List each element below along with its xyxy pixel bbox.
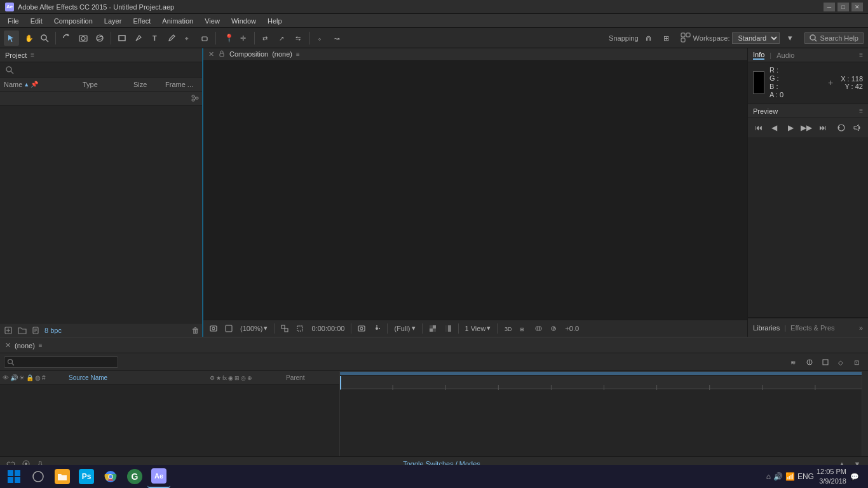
comp-exposure-btn[interactable] [442,324,454,333]
comp-alpha-btn[interactable] [426,324,439,333]
timeline-title: (none) [15,342,35,349]
tool-eraser[interactable] [197,30,212,46]
preview-audio-btn[interactable] [851,121,864,135]
timeline-tool-3[interactable] [818,355,832,369]
comp-3d-btn[interactable]: 3D [501,324,514,333]
taskbar-aftereffects[interactable]: Ae [147,465,170,488]
tool-pin[interactable]: 📍 [219,30,234,46]
snapping-magnet[interactable]: ⋒ [641,30,656,46]
comp-mode-btn[interactable]: ⊞ [517,324,529,333]
timeline-tool-4[interactable]: ◇ [834,355,848,369]
minimize-button[interactable]: ─ [824,3,835,11]
new-composition-icon[interactable] [3,325,14,336]
comp-views[interactable]: 1 View ▾ [463,323,494,333]
comp-overlap-btn[interactable] [532,324,545,333]
tool-text[interactable]: T [147,30,163,46]
trash-icon[interactable]: 🗑 [192,326,200,335]
new-folder-icon[interactable] [17,325,28,336]
menu-help[interactable]: Help [262,16,287,26]
taskbar-chrome[interactable] [99,465,122,488]
tool-more-1[interactable]: ⇄ [258,30,273,46]
tool-more-2[interactable]: ↗ [275,30,290,46]
timeline-tool-1[interactable]: ≋ [787,355,801,369]
menu-animation[interactable]: Animation [157,16,198,26]
menu-edit[interactable]: Edit [25,16,48,26]
comp-close-icon[interactable]: ✕ [208,50,214,58]
project-menu-icon[interactable]: ≡ [31,51,34,58]
comp-camera-btn[interactable] [355,324,368,333]
taskbar-app6[interactable]: G [123,465,146,488]
bpc-badge[interactable]: 8 bpc [44,327,62,334]
comp-viewer-btn[interactable] [222,324,235,333]
timeline-search-input[interactable] [17,358,106,366]
close-button[interactable]: ✕ [851,3,863,11]
svg-rect-56 [445,325,448,332]
timeline-tracks [340,371,868,456]
taskbar-file-explorer[interactable] [51,465,74,488]
tool-brush[interactable] [164,30,179,46]
taskbar-search[interactable] [27,465,50,488]
libraries-expand[interactable]: » [859,324,863,332]
comp-exposure-value[interactable]: +0.0 [562,324,581,333]
menu-view[interactable]: View [200,16,225,26]
tool-more-4[interactable]: ⬦ [313,30,329,46]
comp-resolution-btn[interactable] [278,324,291,333]
tool-rotate[interactable] [59,30,74,46]
audio-tab[interactable]: Audio [776,51,794,59]
menu-layer[interactable]: Layer [99,16,127,26]
preview-menu-icon[interactable]: ≡ [859,107,863,114]
menu-file[interactable]: File [3,16,24,26]
snapping-area: Snapping ⋒ ⊞ [609,30,674,46]
tool-rect[interactable] [114,30,130,46]
timeline-close[interactable]: ✕ [5,341,11,349]
menu-window[interactable]: Window [226,16,261,26]
title-bar-controls: ─ □ ✕ [824,3,863,11]
tool-zoom[interactable] [37,30,52,46]
comp-snapshot-btn[interactable] [207,324,220,333]
preview-next-frame[interactable]: ▶▶ [800,121,813,135]
notifications-icon[interactable]: 💬 [849,471,860,482]
workspace-select[interactable]: Standard [732,32,780,44]
svg-rect-93 [15,470,20,476]
snapping-grid[interactable]: ⊞ [659,30,674,46]
tool-anchor[interactable]: ✛ [236,30,251,46]
comp-zoom[interactable]: (100%) ▾ [238,323,270,333]
effects-presets-tab[interactable]: Effects & Pres [790,324,835,332]
svg-rect-46 [297,326,302,331]
search-help-button[interactable]: Search Help [804,32,864,44]
tool-camera[interactable] [76,30,91,46]
preview-play[interactable]: ▶ [784,121,797,135]
timeline-right-handle[interactable] [862,371,868,456]
tool-hand[interactable]: ✋ [20,30,36,46]
tool-more-3[interactable]: ⇋ [291,30,306,46]
tool-clone[interactable]: ⌖ [180,30,196,46]
timeline-menu-icon[interactable]: ≡ [39,342,43,349]
menu-composition[interactable]: Composition [49,16,98,26]
maximize-button[interactable]: □ [837,3,849,11]
preview-first-frame[interactable]: ⏮ [752,121,765,135]
taskbar-photoshop[interactable]: Ps [75,465,98,488]
tool-more-5[interactable]: ↝ [330,30,345,46]
comp-grid-btn[interactable] [370,324,383,333]
libraries-tab[interactable]: Libraries [753,324,780,332]
comp-menu-icon[interactable]: ≡ [296,51,300,58]
timeline-tool-5[interactable]: ⊡ [850,355,864,369]
tool-pen[interactable] [131,30,146,46]
menu-effect[interactable]: Effect [128,16,156,26]
comp-region-btn[interactable] [294,324,306,333]
preview-loop-btn[interactable] [834,121,848,135]
workspace-expand[interactable]: ▾ [782,30,797,46]
comp-settings-btn[interactable]: ⚙ [547,324,560,333]
tool-orbit[interactable] [92,30,107,46]
timeline-tool-2[interactable] [803,355,817,369]
new-item-icon[interactable] [31,325,42,336]
info-tab[interactable]: Info [753,51,764,60]
info-menu-icon[interactable]: ≡ [859,51,863,58]
preview-prev-frame[interactable]: ◀ [768,121,781,135]
comp-timecode[interactable]: 0:00:00:00 [309,324,347,333]
preview-last-frame[interactable]: ⏭ [816,121,829,135]
comp-quality[interactable]: (Full) ▾ [391,323,417,333]
tool-select[interactable] [4,30,19,46]
taskbar-start[interactable] [3,465,25,488]
project-search-input[interactable] [17,66,144,74]
